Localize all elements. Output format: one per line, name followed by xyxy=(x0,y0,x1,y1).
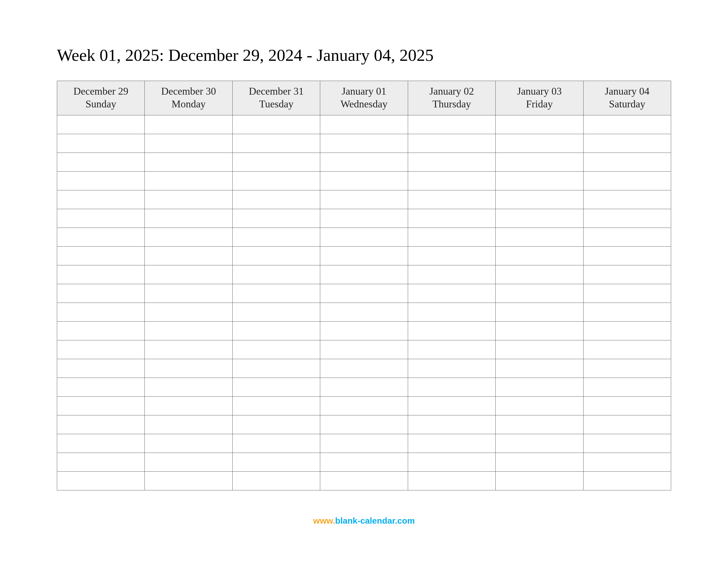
calendar-cell[interactable] xyxy=(232,321,320,340)
calendar-cell[interactable] xyxy=(145,321,232,340)
calendar-cell[interactable] xyxy=(320,340,408,359)
calendar-cell[interactable] xyxy=(583,340,671,359)
calendar-cell[interactable] xyxy=(320,153,408,172)
calendar-cell[interactable] xyxy=(408,153,495,172)
calendar-cell[interactable] xyxy=(145,472,232,490)
calendar-cell[interactable] xyxy=(408,340,495,359)
calendar-cell[interactable] xyxy=(583,359,671,378)
calendar-cell[interactable] xyxy=(57,340,145,359)
calendar-cell[interactable] xyxy=(496,397,583,415)
calendar-cell[interactable] xyxy=(496,153,583,172)
calendar-cell[interactable] xyxy=(57,209,145,228)
calendar-cell[interactable] xyxy=(232,190,320,209)
calendar-cell[interactable] xyxy=(408,321,495,340)
calendar-cell[interactable] xyxy=(57,303,145,321)
calendar-cell[interactable] xyxy=(408,209,495,228)
calendar-cell[interactable] xyxy=(583,115,671,134)
calendar-cell[interactable] xyxy=(57,266,145,284)
calendar-cell[interactable] xyxy=(496,134,583,153)
calendar-cell[interactable] xyxy=(320,228,408,247)
calendar-cell[interactable] xyxy=(496,115,583,134)
calendar-cell[interactable] xyxy=(57,321,145,340)
calendar-cell[interactable] xyxy=(232,266,320,284)
calendar-cell[interactable] xyxy=(320,134,408,153)
calendar-cell[interactable] xyxy=(57,134,145,153)
calendar-cell[interactable] xyxy=(408,359,495,378)
calendar-cell[interactable] xyxy=(57,434,145,453)
calendar-cell[interactable] xyxy=(145,209,232,228)
calendar-cell[interactable] xyxy=(496,378,583,397)
calendar-cell[interactable] xyxy=(583,266,671,284)
calendar-cell[interactable] xyxy=(496,284,583,303)
calendar-cell[interactable] xyxy=(408,247,495,266)
calendar-cell[interactable] xyxy=(57,228,145,247)
calendar-cell[interactable] xyxy=(496,340,583,359)
calendar-cell[interactable] xyxy=(583,153,671,172)
calendar-cell[interactable] xyxy=(583,453,671,472)
calendar-cell[interactable] xyxy=(145,359,232,378)
calendar-cell[interactable] xyxy=(408,415,495,434)
calendar-cell[interactable] xyxy=(496,266,583,284)
calendar-cell[interactable] xyxy=(496,453,583,472)
calendar-cell[interactable] xyxy=(583,321,671,340)
calendar-cell[interactable] xyxy=(57,115,145,134)
calendar-cell[interactable] xyxy=(583,378,671,397)
calendar-cell[interactable] xyxy=(145,190,232,209)
calendar-cell[interactable] xyxy=(408,397,495,415)
calendar-cell[interactable] xyxy=(320,247,408,266)
calendar-cell[interactable] xyxy=(145,134,232,153)
calendar-cell[interactable] xyxy=(408,228,495,247)
calendar-cell[interactable] xyxy=(320,397,408,415)
calendar-cell[interactable] xyxy=(408,284,495,303)
calendar-cell[interactable] xyxy=(583,303,671,321)
calendar-cell[interactable] xyxy=(408,266,495,284)
calendar-cell[interactable] xyxy=(408,378,495,397)
calendar-cell[interactable] xyxy=(320,303,408,321)
calendar-cell[interactable] xyxy=(145,247,232,266)
calendar-cell[interactable] xyxy=(145,266,232,284)
calendar-cell[interactable] xyxy=(232,340,320,359)
calendar-cell[interactable] xyxy=(145,228,232,247)
calendar-cell[interactable] xyxy=(57,247,145,266)
calendar-cell[interactable] xyxy=(408,172,495,190)
calendar-cell[interactable] xyxy=(232,153,320,172)
calendar-cell[interactable] xyxy=(57,172,145,190)
calendar-cell[interactable] xyxy=(145,453,232,472)
calendar-cell[interactable] xyxy=(232,134,320,153)
calendar-cell[interactable] xyxy=(57,153,145,172)
calendar-cell[interactable] xyxy=(583,134,671,153)
calendar-cell[interactable] xyxy=(232,172,320,190)
calendar-cell[interactable] xyxy=(320,472,408,490)
calendar-cell[interactable] xyxy=(496,209,583,228)
calendar-cell[interactable] xyxy=(583,284,671,303)
calendar-cell[interactable] xyxy=(145,153,232,172)
calendar-cell[interactable] xyxy=(320,266,408,284)
calendar-cell[interactable] xyxy=(496,321,583,340)
calendar-cell[interactable] xyxy=(408,115,495,134)
calendar-cell[interactable] xyxy=(583,228,671,247)
calendar-cell[interactable] xyxy=(232,378,320,397)
calendar-cell[interactable] xyxy=(232,359,320,378)
calendar-cell[interactable] xyxy=(320,209,408,228)
calendar-cell[interactable] xyxy=(408,434,495,453)
calendar-cell[interactable] xyxy=(232,115,320,134)
calendar-cell[interactable] xyxy=(583,247,671,266)
calendar-cell[interactable] xyxy=(320,453,408,472)
calendar-cell[interactable] xyxy=(496,247,583,266)
calendar-cell[interactable] xyxy=(408,472,495,490)
calendar-cell[interactable] xyxy=(232,434,320,453)
calendar-cell[interactable] xyxy=(57,397,145,415)
calendar-cell[interactable] xyxy=(320,359,408,378)
calendar-cell[interactable] xyxy=(320,434,408,453)
calendar-cell[interactable] xyxy=(232,209,320,228)
calendar-cell[interactable] xyxy=(145,340,232,359)
calendar-cell[interactable] xyxy=(145,303,232,321)
calendar-cell[interactable] xyxy=(496,190,583,209)
calendar-cell[interactable] xyxy=(145,397,232,415)
calendar-cell[interactable] xyxy=(496,415,583,434)
calendar-cell[interactable] xyxy=(583,472,671,490)
calendar-cell[interactable] xyxy=(57,415,145,434)
calendar-cell[interactable] xyxy=(408,134,495,153)
calendar-cell[interactable] xyxy=(57,453,145,472)
calendar-cell[interactable] xyxy=(145,172,232,190)
